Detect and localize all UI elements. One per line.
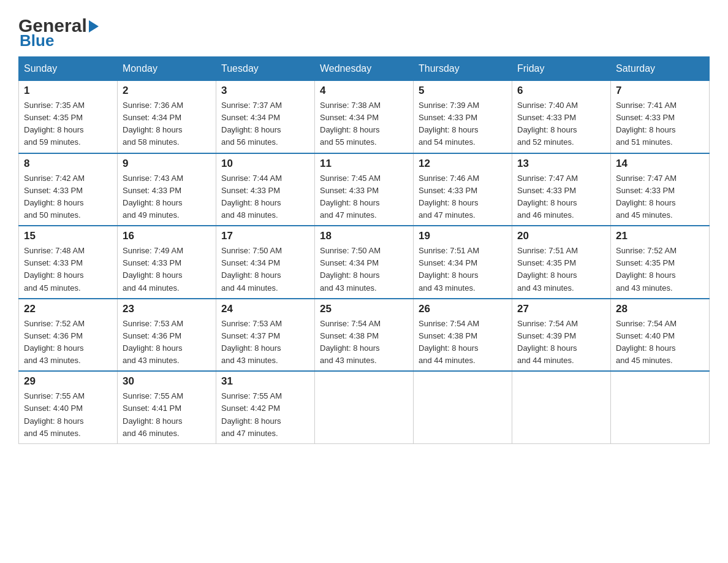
page-header: General Blue [18,12,710,50]
day-number: 26 [419,303,507,315]
calendar-cell [315,371,414,443]
day-number: 23 [123,303,211,315]
calendar-cell: 27 Sunrise: 7:54 AMSunset: 4:39 PMDaylig… [512,299,611,372]
day-info: Sunrise: 7:47 AMSunset: 4:33 PMDaylight:… [517,174,578,220]
day-number: 13 [517,158,605,170]
day-info: Sunrise: 7:54 AMSunset: 4:39 PMDaylight:… [517,319,578,365]
calendar-cell: 30 Sunrise: 7:55 AMSunset: 4:41 PMDaylig… [118,371,216,443]
header-monday: Monday [118,57,216,81]
day-number: 7 [616,85,704,97]
day-number: 25 [320,303,408,315]
calendar-cell: 20 Sunrise: 7:51 AMSunset: 4:35 PMDaylig… [512,226,611,299]
calendar-cell: 7 Sunrise: 7:41 AMSunset: 4:33 PMDayligh… [611,81,710,153]
day-info: Sunrise: 7:54 AMSunset: 4:38 PMDaylight:… [419,319,479,365]
day-info: Sunrise: 7:48 AMSunset: 4:33 PMDaylight:… [24,246,85,292]
day-info: Sunrise: 7:54 AMSunset: 4:40 PMDaylight:… [616,319,677,365]
calendar-cell: 1 Sunrise: 7:35 AMSunset: 4:35 PMDayligh… [19,81,118,153]
day-info: Sunrise: 7:51 AMSunset: 4:35 PMDaylight:… [517,246,578,292]
day-number: 8 [24,158,112,170]
calendar-cell: 21 Sunrise: 7:52 AMSunset: 4:35 PMDaylig… [611,226,710,299]
calendar-cell: 28 Sunrise: 7:54 AMSunset: 4:40 PMDaylig… [611,299,710,372]
day-number: 9 [123,158,211,170]
day-info: Sunrise: 7:52 AMSunset: 4:36 PMDaylight:… [24,319,85,365]
calendar-cell: 17 Sunrise: 7:50 AMSunset: 4:34 PMDaylig… [216,226,315,299]
day-number: 11 [320,158,408,170]
calendar-cell: 2 Sunrise: 7:36 AMSunset: 4:34 PMDayligh… [118,81,216,153]
calendar-cell: 16 Sunrise: 7:49 AMSunset: 4:33 PMDaylig… [118,226,216,299]
day-info: Sunrise: 7:52 AMSunset: 4:35 PMDaylight:… [616,246,677,292]
day-number: 27 [517,303,605,315]
header-sunday: Sunday [19,57,118,81]
day-number: 10 [221,158,309,170]
day-info: Sunrise: 7:41 AMSunset: 4:33 PMDaylight:… [616,101,677,147]
calendar-cell: 29 Sunrise: 7:55 AMSunset: 4:40 PMDaylig… [19,371,118,443]
day-info: Sunrise: 7:50 AMSunset: 4:34 PMDaylight:… [320,246,381,292]
day-number: 20 [517,230,605,242]
calendar-cell: 6 Sunrise: 7:40 AMSunset: 4:33 PMDayligh… [512,81,611,153]
header-friday: Friday [512,57,611,81]
calendar-week-row: 1 Sunrise: 7:35 AMSunset: 4:35 PMDayligh… [19,81,710,153]
day-info: Sunrise: 7:40 AMSunset: 4:33 PMDaylight:… [517,101,578,147]
calendar-cell: 23 Sunrise: 7:53 AMSunset: 4:36 PMDaylig… [118,299,216,372]
calendar-cell: 24 Sunrise: 7:53 AMSunset: 4:37 PMDaylig… [216,299,315,372]
day-info: Sunrise: 7:55 AMSunset: 4:42 PMDaylight:… [221,391,282,437]
calendar-cell: 19 Sunrise: 7:51 AMSunset: 4:34 PMDaylig… [414,226,512,299]
day-number: 15 [24,230,112,242]
calendar-cell: 18 Sunrise: 7:50 AMSunset: 4:34 PMDaylig… [315,226,414,299]
day-number: 4 [320,85,408,97]
day-number: 19 [419,230,507,242]
day-number: 24 [221,303,309,315]
calendar-cell: 12 Sunrise: 7:46 AMSunset: 4:33 PMDaylig… [414,153,512,226]
calendar-cell [512,371,611,443]
calendar-cell: 22 Sunrise: 7:52 AMSunset: 4:36 PMDaylig… [19,299,118,372]
header-wednesday: Wednesday [315,57,414,81]
calendar-week-row: 8 Sunrise: 7:42 AMSunset: 4:33 PMDayligh… [19,153,710,226]
day-info: Sunrise: 7:55 AMSunset: 4:40 PMDaylight:… [24,391,85,437]
calendar-week-row: 22 Sunrise: 7:52 AMSunset: 4:36 PMDaylig… [19,299,710,372]
calendar-cell: 3 Sunrise: 7:37 AMSunset: 4:34 PMDayligh… [216,81,315,153]
day-number: 5 [419,85,507,97]
day-info: Sunrise: 7:45 AMSunset: 4:33 PMDaylight:… [320,174,381,220]
calendar-cell: 5 Sunrise: 7:39 AMSunset: 4:33 PMDayligh… [414,81,512,153]
day-number: 30 [123,375,211,388]
calendar-cell [611,371,710,443]
day-info: Sunrise: 7:44 AMSunset: 4:33 PMDaylight:… [221,174,282,220]
logo: General Blue [18,12,99,50]
day-number: 31 [221,375,309,388]
calendar-cell: 26 Sunrise: 7:54 AMSunset: 4:38 PMDaylig… [414,299,512,372]
calendar-cell: 13 Sunrise: 7:47 AMSunset: 4:33 PMDaylig… [512,153,611,226]
day-number: 21 [616,230,704,242]
calendar-cell: 15 Sunrise: 7:48 AMSunset: 4:33 PMDaylig… [19,226,118,299]
day-number: 14 [616,158,704,170]
header-saturday: Saturday [611,57,710,81]
day-info: Sunrise: 7:42 AMSunset: 4:33 PMDaylight:… [24,174,85,220]
day-info: Sunrise: 7:54 AMSunset: 4:38 PMDaylight:… [320,319,381,365]
day-number: 3 [221,85,309,97]
day-info: Sunrise: 7:46 AMSunset: 4:33 PMDaylight:… [419,174,479,220]
day-number: 2 [123,85,211,97]
day-info: Sunrise: 7:51 AMSunset: 4:34 PMDaylight:… [419,246,479,292]
day-info: Sunrise: 7:47 AMSunset: 4:33 PMDaylight:… [616,174,677,220]
calendar-cell [414,371,512,443]
day-number: 1 [24,85,112,97]
day-info: Sunrise: 7:35 AMSunset: 4:35 PMDaylight:… [24,101,85,147]
calendar-cell: 25 Sunrise: 7:54 AMSunset: 4:38 PMDaylig… [315,299,414,372]
calendar-cell: 14 Sunrise: 7:47 AMSunset: 4:33 PMDaylig… [611,153,710,226]
day-info: Sunrise: 7:50 AMSunset: 4:34 PMDaylight:… [221,246,282,292]
calendar-week-row: 29 Sunrise: 7:55 AMSunset: 4:40 PMDaylig… [19,371,710,443]
calendar-week-row: 15 Sunrise: 7:48 AMSunset: 4:33 PMDaylig… [19,226,710,299]
calendar-cell: 31 Sunrise: 7:55 AMSunset: 4:42 PMDaylig… [216,371,315,443]
calendar-table: SundayMondayTuesdayWednesdayThursdayFrid… [18,56,710,444]
day-info: Sunrise: 7:38 AMSunset: 4:34 PMDaylight:… [320,101,381,147]
logo-arrow-icon [89,20,99,33]
day-info: Sunrise: 7:55 AMSunset: 4:41 PMDaylight:… [123,391,183,437]
day-number: 22 [24,303,112,315]
calendar-cell: 9 Sunrise: 7:43 AMSunset: 4:33 PMDayligh… [118,153,216,226]
day-info: Sunrise: 7:43 AMSunset: 4:33 PMDaylight:… [123,174,183,220]
day-info: Sunrise: 7:36 AMSunset: 4:34 PMDaylight:… [123,101,183,147]
day-number: 29 [24,375,112,388]
day-number: 28 [616,303,704,315]
day-info: Sunrise: 7:39 AMSunset: 4:33 PMDaylight:… [419,101,479,147]
day-info: Sunrise: 7:53 AMSunset: 4:36 PMDaylight:… [123,319,183,365]
day-number: 17 [221,230,309,242]
